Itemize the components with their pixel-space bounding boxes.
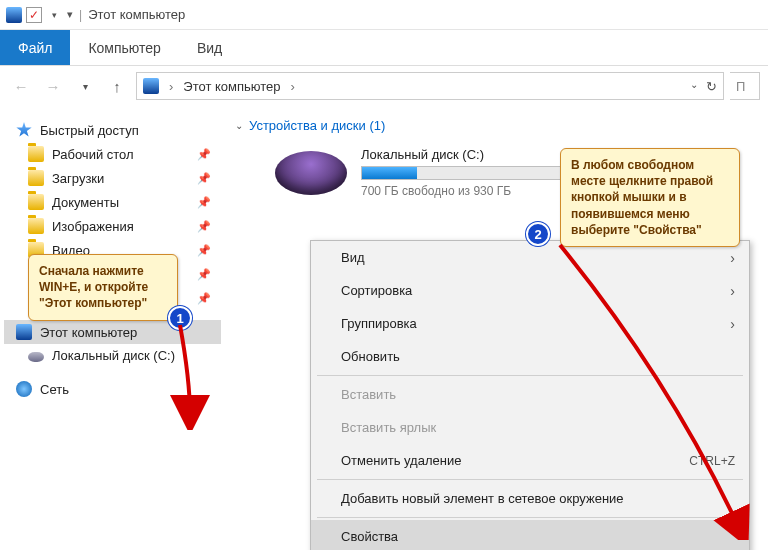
breadcrumb-sep-icon: › <box>291 79 295 94</box>
ctx-label: Вставить <box>341 387 396 402</box>
navbar: ← → ▾ ↑ › Этот компьютер › ⌄ ↻ П <box>0 66 768 106</box>
sidebar-quick-access[interactable]: Быстрый доступ <box>4 118 221 142</box>
context-menu: Вид› Сортировка› Группировка› Обновить В… <box>310 240 750 550</box>
network-icon <box>16 381 32 397</box>
computer-icon <box>16 324 32 340</box>
section-header-label: Устройства и диски (1) <box>249 118 385 133</box>
ctx-undo-delete[interactable]: Отменить удалениеCTRL+Z <box>311 444 749 477</box>
drive-usage-fill <box>362 167 417 179</box>
ctx-label: Вид <box>341 250 365 265</box>
ctx-label: Свойства <box>341 529 398 544</box>
callout-2: В любом свободном месте щелкните правой … <box>560 148 740 247</box>
pin-icon: 📌 <box>197 172 211 185</box>
ctx-refresh[interactable]: Обновить <box>311 340 749 373</box>
menu-separator <box>317 375 743 376</box>
folder-icon <box>28 194 44 210</box>
menu-separator <box>317 479 743 480</box>
ctx-label: Обновить <box>341 349 400 364</box>
refresh-icon[interactable]: ↻ <box>706 79 717 94</box>
nav-history-dropdown[interactable]: ▾ <box>72 73 98 99</box>
ctx-label: Группировка <box>341 316 417 331</box>
titlebar: ✓ ▾ ▾ | Этот компьютер <box>0 0 768 30</box>
ctx-shortcut: CTRL+Z <box>689 454 735 468</box>
sidebar-item-label: Изображения <box>52 219 134 234</box>
folder-icon <box>28 146 44 162</box>
chevron-right-icon: › <box>730 250 735 266</box>
callout-text: Сначала нажмите WIN+E, и откройте "Этот … <box>39 264 148 310</box>
ctx-paste-shortcut: Вставить ярлык <box>311 411 749 444</box>
ctx-group[interactable]: Группировка› <box>311 307 749 340</box>
sidebar-item-downloads[interactable]: Загрузки📌 <box>4 166 221 190</box>
drive-free-text: 700 ГБ свободно из 930 ГБ <box>361 184 581 198</box>
window-title: Этот компьютер <box>88 7 185 22</box>
drive-icon <box>275 151 347 195</box>
sidebar-item-pictures[interactable]: Изображения📌 <box>4 214 221 238</box>
sidebar-label: Быстрый доступ <box>40 123 139 138</box>
ctx-label: Отменить удаление <box>341 453 461 468</box>
qat-checkbox-icon[interactable]: ✓ <box>26 7 42 23</box>
drive-name: Локальный диск (C:) <box>361 147 581 162</box>
section-header-devices[interactable]: ⌄ Устройства и диски (1) <box>235 114 758 137</box>
ribbon-tab-view[interactable]: Вид <box>179 30 240 65</box>
pin-icon: 📌 <box>197 196 211 209</box>
callout-1: Сначала нажмите WIN+E, и откройте "Этот … <box>28 254 178 321</box>
pin-icon: 📌 <box>197 292 211 305</box>
badge-2: 2 <box>526 222 550 246</box>
pin-icon: 📌 <box>197 220 211 233</box>
chevron-right-icon: › <box>730 283 735 299</box>
pin-icon: 📌 <box>197 148 211 161</box>
ctx-add-network[interactable]: Добавить новый элемент в сетевое окружен… <box>311 482 749 515</box>
ribbon-file-tab[interactable]: Файл <box>0 30 70 65</box>
drive-usage-bar <box>361 166 581 180</box>
titlebar-separator: | <box>79 8 82 22</box>
ctx-properties[interactable]: Свойства <box>311 520 749 550</box>
sidebar-label: Сеть <box>40 382 69 397</box>
sidebar-local-disk[interactable]: Локальный диск (C:) <box>4 344 221 367</box>
search-input[interactable]: П <box>730 72 760 100</box>
badge-1: 1 <box>168 306 192 330</box>
callout-text: В любом свободном месте щелкните правой … <box>571 158 713 237</box>
sidebar: Быстрый доступ Рабочий стол📌 Загрузки📌 Д… <box>0 106 225 550</box>
pin-icon: 📌 <box>197 244 211 257</box>
ctx-label: Добавить новый элемент в сетевое окружен… <box>341 491 624 506</box>
drive-info: Локальный диск (C:) 700 ГБ свободно из 9… <box>361 147 581 198</box>
address-icon <box>143 78 159 94</box>
sidebar-item-label: Рабочий стол <box>52 147 134 162</box>
ribbon: Файл Компьютер Вид <box>0 30 768 66</box>
quick-access-toolbar: ✓ ▾ ▾ <box>26 7 73 23</box>
chevron-right-icon: › <box>730 316 735 332</box>
folder-icon <box>28 170 44 186</box>
disk-icon <box>28 352 44 362</box>
address-dropdown-icon[interactable]: ⌄ <box>690 79 698 94</box>
sidebar-item-desktop[interactable]: Рабочий стол📌 <box>4 142 221 166</box>
sidebar-item-label: Загрузки <box>52 171 104 186</box>
nav-back-button[interactable]: ← <box>8 73 34 99</box>
chevron-down-icon: ⌄ <box>235 120 243 131</box>
ctx-paste: Вставить <box>311 378 749 411</box>
sidebar-item-label: Локальный диск (C:) <box>52 348 175 363</box>
nav-up-button[interactable]: ↑ <box>104 73 130 99</box>
qat-dropdown-icon[interactable]: ▾ <box>52 10 57 20</box>
ctx-label: Сортировка <box>341 283 412 298</box>
pin-icon: 📌 <box>197 268 211 281</box>
nav-forward-button[interactable]: → <box>40 73 66 99</box>
qat-overflow-icon[interactable]: ▾ <box>67 8 73 21</box>
sidebar-network[interactable]: Сеть <box>4 377 221 401</box>
sidebar-item-documents[interactable]: Документы📌 <box>4 190 221 214</box>
folder-icon <box>28 218 44 234</box>
ribbon-tab-computer[interactable]: Компьютер <box>70 30 178 65</box>
sidebar-label: Этот компьютер <box>40 325 137 340</box>
menu-separator <box>317 517 743 518</box>
ctx-sort[interactable]: Сортировка› <box>311 274 749 307</box>
computer-icon <box>6 7 22 23</box>
breadcrumb-sep-icon: › <box>169 79 173 94</box>
breadcrumb-root[interactable]: Этот компьютер <box>183 79 280 94</box>
star-icon <box>16 122 32 138</box>
sidebar-item-label: Документы <box>52 195 119 210</box>
ctx-label: Вставить ярлык <box>341 420 436 435</box>
address-bar[interactable]: › Этот компьютер › ⌄ ↻ <box>136 72 724 100</box>
